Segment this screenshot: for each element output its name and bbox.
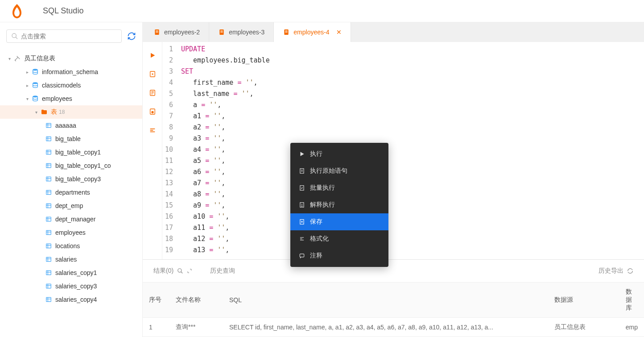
- svg-rect-41: [46, 284, 51, 288]
- results-table: 序号 文件名称 SQL 数据源 数据库 1查询***SELECT id, fir…: [143, 282, 644, 337]
- tree-table[interactable]: aaaaaa: [0, 119, 142, 132]
- results-tab-bar: 结果(0) 历史查询 历史导出: [143, 260, 644, 282]
- tree: ▾ 员工信息表 ▸information_schema▸classicmodel…: [0, 50, 142, 337]
- search-icon: [11, 33, 18, 40]
- folder-icon: [40, 108, 48, 116]
- tab-label: employees-4: [293, 29, 329, 36]
- tree-table-label: big_table_copy3: [55, 175, 101, 183]
- context-menu-item[interactable]: 注释: [290, 247, 388, 264]
- cell-seq: 1: [143, 318, 169, 337]
- chevron-icon: ▾: [24, 96, 30, 102]
- format-button[interactable]: [148, 126, 157, 135]
- col-datasource[interactable]: 数据源: [548, 283, 619, 318]
- svg-point-4: [33, 96, 38, 97]
- history-query-tab[interactable]: 历史查询: [210, 267, 235, 275]
- table-icon: [45, 188, 53, 196]
- table-icon: [45, 121, 53, 129]
- tree-table[interactable]: salaries_copy3: [0, 279, 142, 293]
- tree-table[interactable]: dept_manager: [0, 212, 142, 226]
- svg-rect-26: [46, 217, 51, 221]
- svg-rect-52: [220, 32, 223, 32]
- tree-table-label: big_table_copy1_co: [55, 162, 111, 169]
- tree-folder-tables[interactable]: ▾ 表 18: [0, 105, 142, 119]
- tree-table[interactable]: salaries_copy4: [0, 293, 142, 306]
- code-editor[interactable]: 12345678910111213141516171819 UPDATE emp…: [162, 42, 644, 259]
- col-filename[interactable]: 文件名称: [169, 283, 223, 318]
- tree-database[interactable]: ▸information_schema: [0, 65, 142, 79]
- editor-tab[interactable]: employees-2: [144, 22, 209, 42]
- history-export-tab[interactable]: 历史导出: [599, 267, 633, 275]
- context-menu-label: 执行原始语句: [310, 167, 347, 175]
- app-header: SQL Studio: [0, 0, 644, 22]
- connection-icon: [13, 54, 21, 62]
- svg-rect-44: [46, 297, 51, 301]
- tree-table-label: employees: [55, 229, 86, 236]
- svg-rect-54: [285, 31, 288, 31]
- save-button[interactable]: [148, 107, 157, 116]
- table-icon: [45, 295, 53, 304]
- close-icon[interactable]: ✕: [336, 29, 342, 36]
- context-menu-item[interactable]: 执行原始语句: [290, 162, 388, 179]
- tree-table[interactable]: dept_emp: [0, 199, 142, 212]
- context-menu-item[interactable]: 格式化: [290, 230, 388, 247]
- tree-table-label: salaries_copy3: [55, 283, 97, 290]
- editor-tab[interactable]: employees-4✕: [274, 22, 351, 42]
- col-sql[interactable]: SQL: [223, 283, 548, 318]
- tree-table[interactable]: salaries: [0, 253, 142, 266]
- tree-table[interactable]: big_table: [0, 132, 142, 146]
- editor-toolbar: [143, 42, 162, 259]
- tree-database[interactable]: ▾employees: [0, 92, 142, 105]
- explain-icon: [298, 201, 305, 208]
- database-icon: [31, 81, 39, 89]
- tree-table-label: aaaaaa: [55, 122, 76, 129]
- app-logo-icon: [9, 3, 25, 19]
- table-icon: [45, 215, 53, 223]
- col-database[interactable]: 数据库: [619, 283, 644, 318]
- run-script-button[interactable]: [148, 70, 157, 79]
- col-seq[interactable]: 序号: [143, 283, 169, 318]
- refresh-icon[interactable]: [127, 32, 136, 41]
- table-row[interactable]: 1查询***SELECT id, first_name, last_name, …: [143, 318, 644, 337]
- play-icon: [298, 150, 305, 158]
- search-input[interactable]: [21, 33, 117, 40]
- tree-db-label: information_schema: [42, 68, 98, 75]
- content-area: employees-2employees-3employees-4✕ 12345…: [143, 22, 644, 337]
- explain-button[interactable]: [148, 88, 157, 97]
- svg-rect-48: [156, 31, 158, 31]
- tree-table[interactable]: big_table_copy1_co: [0, 159, 142, 172]
- context-menu-item[interactable]: 批量执行: [290, 179, 388, 196]
- run-button[interactable]: [148, 51, 157, 60]
- tree-root[interactable]: ▾ 员工信息表: [0, 52, 142, 65]
- tree-table[interactable]: big_table_copy3: [0, 172, 142, 186]
- context-menu-item[interactable]: 执行: [290, 146, 388, 162]
- context-menu-item[interactable]: 保存: [290, 213, 388, 230]
- results-tab[interactable]: 结果(0): [153, 267, 192, 275]
- tree-table[interactable]: salaries_copy1: [0, 266, 142, 279]
- table-icon: [45, 202, 53, 210]
- context-menu-label: 保存: [310, 218, 322, 226]
- tree-table[interactable]: locations: [0, 239, 142, 253]
- sql-file-icon: [153, 29, 161, 36]
- tree-database[interactable]: ▸classicmodels: [0, 79, 142, 92]
- search-icon[interactable]: [177, 268, 183, 274]
- search-box[interactable]: [6, 29, 122, 43]
- editor-tab[interactable]: employees-3: [209, 22, 274, 42]
- tab-bar: employees-2employees-3employees-4✕: [143, 22, 644, 42]
- svg-rect-5: [46, 123, 51, 127]
- history-export-label: 历史导出: [599, 267, 623, 275]
- svg-point-2: [33, 69, 38, 71]
- tree-table[interactable]: departments: [0, 186, 142, 199]
- context-menu-item[interactable]: 解释执行: [290, 196, 388, 213]
- table-icon: [45, 148, 53, 156]
- refresh-icon[interactable]: [627, 268, 633, 274]
- tree-table[interactable]: big_table_copy1: [0, 146, 142, 159]
- sql-file-icon: [218, 29, 225, 36]
- table-icon: [45, 229, 53, 237]
- code-content[interactable]: UPDATE employees.big_tableSET first_name…: [178, 42, 644, 259]
- svg-line-1: [16, 37, 17, 39]
- svg-point-3: [33, 82, 38, 84]
- expand-icon[interactable]: [187, 268, 192, 274]
- tree-table[interactable]: employees: [0, 226, 142, 239]
- sidebar: ▾ 员工信息表 ▸information_schema▸classicmodel…: [0, 22, 143, 337]
- svg-rect-8: [46, 137, 51, 141]
